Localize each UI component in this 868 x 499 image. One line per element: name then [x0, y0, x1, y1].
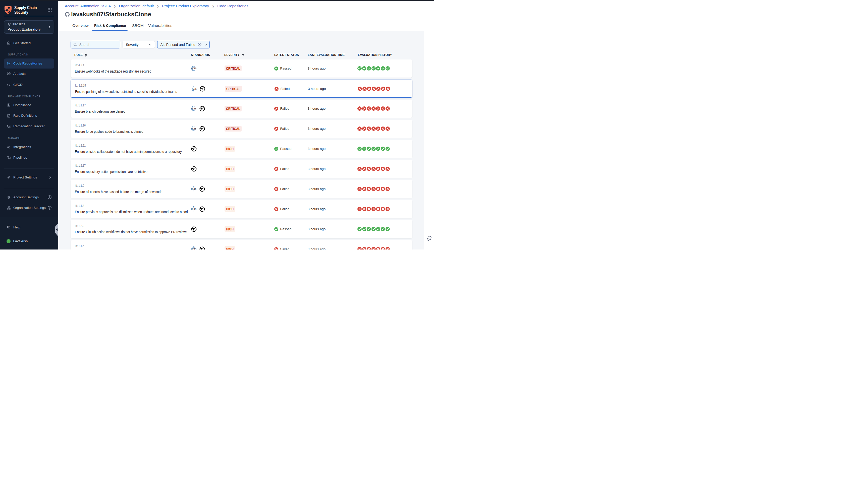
- svg-text:?: ?: [8, 226, 9, 228]
